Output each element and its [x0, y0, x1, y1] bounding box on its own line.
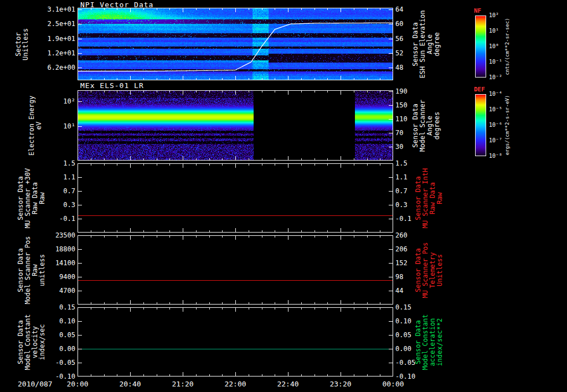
- x-tick-label: 23:20: [324, 380, 357, 388]
- colorbar-nf: [475, 16, 486, 78]
- left-axis-label: Sensor Data Model Scanner Pos Raw unitle…: [17, 236, 46, 304]
- right-y-tick-label: -0.1: [395, 215, 411, 223]
- colorbar-tick-label: 10⁻⁶: [489, 122, 502, 128]
- colorbar-units-label: cnts/(cm**2-sr-sec): [504, 18, 510, 75]
- plot-area-panel-4: [78, 307, 393, 376]
- plot-area-mex-els-01-lr: [78, 90, 393, 161]
- right-y-tick-label: 0.15: [395, 303, 411, 311]
- right-axis-label: Sensor Data ESH Sun Elevation Angle degr…: [412, 10, 441, 78]
- right-y-tick-label: 1.1: [395, 173, 408, 181]
- right-y-tick-label: 0.3: [395, 201, 408, 209]
- y-tick-label: 3.1e+01: [32, 6, 75, 13]
- colorbar-name-def: DEF: [474, 86, 485, 93]
- right-y-tick-label: 206: [395, 245, 408, 253]
- right-y-tick-label: 98: [395, 273, 403, 281]
- right-y-tick-label: 52: [395, 49, 403, 57]
- colorbar-units-label: ergs/(cm**2-s-sr-eV): [504, 95, 510, 155]
- x-axis-date: 2010/087: [18, 380, 53, 388]
- colorbar-tick-label: 10⁻⁷: [489, 137, 502, 143]
- panel-title-els: MEx ELS-01 LR: [80, 81, 144, 90]
- right-y-tick-label: 30: [395, 143, 403, 151]
- left-axis-label: Sensor Data MU Scanner +30V Raw Data Raw: [17, 168, 46, 228]
- right-y-tick-label: 60: [395, 20, 403, 28]
- right-y-tick-label: 110: [395, 115, 408, 123]
- right-y-tick-label: -0.10: [395, 373, 415, 380]
- tplot-figure: NPI Vector Data MEx ELS-01 LR 2010/087 3…: [0, 0, 567, 392]
- colorbar-name-nf: NF: [474, 7, 481, 14]
- right-y-tick-label: 0.00: [395, 345, 411, 353]
- y-tick-label: -0.10: [32, 373, 75, 380]
- right-y-tick-label: 0.05: [395, 331, 411, 339]
- x-tick-label: 22:40: [271, 380, 305, 388]
- left-axis-label: Electron Energy eV: [28, 95, 43, 155]
- plot-area-panel-3: [78, 235, 393, 305]
- left-axis-label: Sensor Data Model Constant velocity inde…: [17, 314, 46, 370]
- right-y-tick-label: 150: [395, 101, 408, 109]
- colorbar-tick-label: 10⁻¹: [489, 59, 502, 65]
- y-tick-label: 2.5e+01: [32, 20, 75, 28]
- x-tick-label: 20:00: [61, 380, 94, 388]
- right-y-tick-label: -0.05: [395, 359, 415, 367]
- colorbar-tick-label: 10⁰: [489, 43, 499, 49]
- right-axis-label: Sensor Data Model Scanner Angle degrees: [412, 100, 441, 152]
- right-axis-label: Sensor Data MU Scanner Pos Telemetry Uni…: [415, 242, 444, 298]
- right-axis-label: Sensor Data MU Scanner IntH Raw Data Raw: [415, 168, 444, 228]
- right-y-tick-label: 56: [395, 35, 403, 43]
- right-axis-label: Sensor Data Model Constant acceleration …: [415, 314, 444, 370]
- x-tick-label: 21:20: [166, 380, 199, 388]
- x-tick-label: 00:00: [377, 380, 410, 388]
- x-tick-label: 20:40: [114, 380, 147, 388]
- right-y-tick-label: 1.5: [395, 159, 408, 167]
- right-y-tick-label: 260: [395, 231, 408, 239]
- right-y-tick-label: 190: [395, 87, 408, 95]
- colorbar-tick-label: 10⁻⁴: [489, 91, 502, 97]
- y-tick-label: 1.9e+01: [32, 35, 75, 43]
- y-tick-label: 1.5: [32, 159, 75, 167]
- x-tick-label: 22:00: [219, 380, 252, 388]
- colorbar-tick-label: 10⁻²: [489, 74, 502, 80]
- left-axis-label: Sector Unitless: [15, 28, 29, 60]
- right-y-tick-label: 70: [395, 129, 403, 137]
- right-y-tick-label: 48: [395, 64, 403, 71]
- colorbar-tick-label: 10²: [489, 12, 499, 18]
- colorbar-tick-label: 10⁻⁸: [489, 153, 502, 159]
- right-y-tick-label: 44: [395, 287, 403, 295]
- plot-area-panel-2: [78, 163, 393, 233]
- right-y-tick-label: 152: [395, 259, 408, 267]
- right-y-tick-label: 0.10: [395, 317, 411, 325]
- y-tick-label: 1.2e+01: [32, 49, 75, 57]
- right-y-tick-label: 64: [395, 6, 403, 13]
- plot-area-npi-vector-data: [78, 8, 393, 80]
- colorbar-tick-label: 10¹: [489, 28, 499, 34]
- y-tick-label: 0.15: [32, 303, 75, 311]
- colorbar-def: [475, 94, 486, 156]
- colorbar-tick-label: 10⁻⁵: [489, 106, 502, 112]
- right-y-tick-label: 0.7: [395, 187, 408, 195]
- y-tick-label: 6.2e+00: [32, 64, 75, 71]
